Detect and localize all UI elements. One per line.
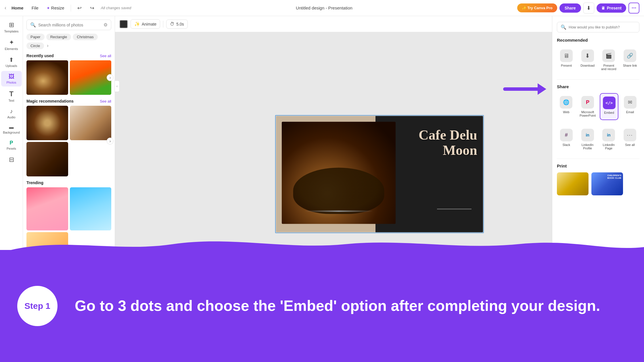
pub-email-icon: ✉ — [624, 96, 637, 109]
audio-label: Audio — [7, 115, 15, 119]
photo-thumb-next-arrow[interactable]: › — [107, 74, 114, 81]
sidebar-item-templates[interactable]: ⊞ Templates — [1, 19, 22, 35]
trending-header: Trending — [26, 180, 111, 185]
pub-web-label: Web — [563, 110, 569, 114]
pub-present-icon: 🖥 — [560, 49, 573, 62]
color-swatch[interactable] — [120, 20, 128, 28]
pub-see-all-item[interactable]: ··· See all — [620, 126, 639, 153]
uploads-icon: ⬆ — [9, 56, 14, 63]
canvas-slide[interactable]: Cafe Delu Moon — [276, 116, 483, 232]
duration-label: 5.0s — [176, 22, 184, 26]
tag-paper[interactable]: Paper — [26, 34, 45, 40]
sidebar-item-audio[interactable]: ♪ Audio — [1, 106, 22, 121]
slide-title-line2: Moon — [419, 143, 477, 158]
print-thumb-2[interactable]: CHILDREN'SBOOK CLUB — [591, 172, 623, 195]
pub-email-item[interactable]: ✉ Email — [621, 93, 639, 120]
magic-thumb-1[interactable] — [26, 106, 68, 140]
sidebar-item-uploads[interactable]: ⬆ Uploads — [1, 54, 22, 70]
try-pro-button[interactable]: ✨ Try Canva Pro — [517, 3, 557, 12]
more-options-button[interactable]: ··· — [628, 3, 639, 14]
pub-download-item[interactable]: ⬇ Download — [578, 47, 597, 74]
tag-christmas[interactable]: Christmas — [73, 34, 98, 40]
sidebar-item-pexels[interactable]: P Pexels — [1, 138, 22, 153]
pub-li-page-item[interactable]: in LinkedIn Page — [599, 126, 618, 153]
resize-button[interactable]: ✦ Resize — [44, 4, 67, 12]
sidebar-item-text[interactable]: T Text — [1, 88, 22, 105]
recently-used-see-all[interactable]: See all — [100, 54, 111, 58]
pub-download-label: Download — [580, 64, 595, 67]
panel-collapse-button[interactable]: ‹ — [114, 80, 120, 92]
print-thumb-1[interactable] — [557, 172, 589, 195]
trending-thumb-2[interactable] — [70, 187, 112, 230]
tag-row: Paper Rectangle Christmas Circle › — [26, 34, 111, 49]
step-circle: Step 1 — [17, 286, 57, 326]
share-button[interactable]: Share — [559, 3, 581, 13]
download-button[interactable]: ⬇ — [583, 3, 594, 14]
duration-button[interactable]: ⏱ 5.0s — [166, 20, 187, 29]
present-button[interactable]: 🖥 Present — [597, 3, 626, 13]
pub-share-link-item[interactable]: 🔗 Share link — [620, 47, 639, 74]
pub-see-all-icon: ··· — [624, 129, 636, 141]
pub-present-record-item[interactable]: 🎬 Present and record — [599, 47, 618, 74]
filter-icon[interactable]: ⚙ — [103, 22, 108, 28]
trending-thumb-1[interactable] — [26, 187, 68, 230]
share-grid: 🌐 Web P Microsoft PowerPoint </> Embed ✉… — [557, 93, 639, 120]
download-icon: ⬇ — [586, 5, 591, 11]
search-input[interactable] — [38, 23, 101, 27]
pub-slack-item[interactable]: # Slack — [557, 126, 576, 153]
slide-title: Cafe Delu Moon — [419, 128, 477, 158]
pub-ms-icon: P — [581, 96, 594, 109]
magic-grid: › — [26, 106, 111, 176]
pub-li-profile-item[interactable]: in LinkedIn Profile — [578, 126, 597, 153]
document-title[interactable]: Untitled design - Presentation — [133, 5, 515, 10]
sidebar-item-more[interactable]: ⊟ — [1, 154, 22, 166]
sidebar-item-elements[interactable]: ✦ Elements — [1, 36, 22, 53]
search-container: 🔍 ⚙ — [26, 20, 111, 30]
file-button[interactable]: File — [29, 4, 41, 12]
photo-thumb-coffee[interactable] — [26, 60, 68, 95]
photo-thumb-tulips[interactable] — [70, 60, 112, 95]
pub-download-icon: ⬇ — [581, 49, 594, 62]
publish-search-input[interactable] — [569, 25, 636, 29]
magic-thumb-3[interactable] — [26, 142, 68, 176]
elements-label: Elements — [5, 47, 18, 51]
pub-web-item[interactable]: 🌐 Web — [557, 93, 576, 120]
undo-button[interactable]: ↩ — [74, 3, 85, 13]
trending-title: Trending — [26, 180, 43, 185]
undo-icon: ↩ — [77, 5, 82, 11]
magic-see-all[interactable]: See all — [100, 99, 111, 103]
tag-rectangle[interactable]: Rectangle — [46, 34, 71, 40]
animate-sparkle-icon: ✨ — [134, 21, 140, 27]
text-icon: T — [9, 90, 14, 98]
arrow-shaft — [503, 87, 538, 91]
print-row: CHILDREN'SBOOK CLUB — [557, 172, 639, 195]
sidebar-item-background[interactable]: ▬ Background — [1, 122, 22, 136]
print-title: Print — [557, 163, 639, 168]
file-label: File — [32, 5, 39, 10]
animate-label: Animate — [142, 22, 156, 26]
redo-icon: ↪ — [90, 5, 94, 11]
pub-embed-item[interactable]: </> Embed — [600, 93, 618, 120]
home-button[interactable]: Home — [9, 4, 26, 12]
magic-header: Magic recommendations See all — [26, 99, 111, 103]
pub-present-item[interactable]: 🖥 Present — [557, 47, 576, 74]
background-icon: ▬ — [9, 125, 14, 130]
step-text: Go to 3 dots and choose the 'Embed' opti… — [75, 296, 627, 316]
pub-ms-item[interactable]: P Microsoft PowerPoint — [578, 93, 597, 120]
tag-circle[interactable]: Circle — [26, 43, 44, 49]
present-label: Present — [607, 6, 622, 10]
tags-more-icon[interactable]: › — [46, 42, 49, 49]
recently-used-grid: › — [26, 60, 111, 95]
magic-next-arrow[interactable]: › — [107, 138, 114, 145]
back-chevron-icon[interactable]: ‹ — [5, 5, 6, 11]
share-title: Share — [557, 84, 639, 89]
recommended-title: Recommended — [557, 38, 639, 43]
pub-web-icon: 🌐 — [560, 96, 572, 109]
animate-button[interactable]: ✨ Animate — [131, 19, 160, 29]
sidebar-item-photos[interactable]: 🖼 Photos — [1, 71, 22, 86]
recently-used-header: Recently used See all — [26, 53, 111, 58]
redo-button[interactable]: ↪ — [87, 3, 97, 13]
pub-embed-label: Embed — [604, 111, 614, 114]
pexels-icon: P — [9, 140, 13, 146]
magic-thumb-2[interactable] — [70, 106, 112, 140]
